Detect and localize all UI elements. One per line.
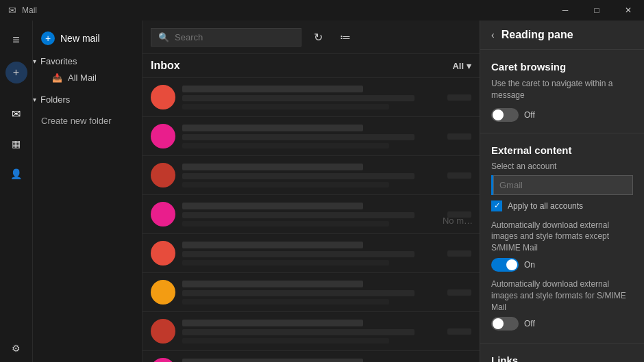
table-row[interactable]: [143, 156, 480, 195]
new-mail-icon-button[interactable]: +: [5, 62, 27, 83]
favorites-header[interactable]: ▾ Favorites: [33, 53, 142, 69]
auto-download-desc: Automatically download external images a…: [491, 220, 633, 254]
avatar: [151, 319, 175, 344]
email-preview: [182, 221, 389, 227]
account-select-input[interactable]: [493, 175, 633, 195]
email-sender: [182, 359, 363, 363]
minimize-button[interactable]: ─: [549, 0, 581, 21]
email-preview: [182, 182, 389, 188]
back-button[interactable]: ‹: [491, 29, 495, 40]
inbox-icon: 📥: [52, 73, 62, 83]
select-account-label: Select an account: [491, 161, 633, 171]
people-nav-button[interactable]: 👤: [3, 160, 30, 188]
no-message-label: No m…: [436, 208, 480, 232]
apply-all-label: Apply to all accounts: [508, 201, 583, 211]
main-content: 🔍 ↻ ≔ Inbox All ▾: [143, 21, 480, 362]
apply-all-checkbox[interactable]: ✓: [491, 201, 502, 211]
email-subject: [182, 95, 414, 101]
sidebar-item-all-mail[interactable]: 📥 All Mail: [33, 69, 142, 86]
sync-button[interactable]: ↻: [307, 26, 329, 48]
folders-label: Folders: [40, 94, 70, 105]
new-mail-label: New mail: [60, 33, 100, 44]
auto-download-toggle[interactable]: [491, 258, 519, 272]
external-content-title: External content: [491, 144, 633, 156]
email-content: [182, 242, 441, 266]
mail-nav-button[interactable]: ✉: [3, 100, 30, 127]
folders-header[interactable]: ▾ Folders: [33, 92, 142, 107]
hamburger-menu-button[interactable]: ≡: [3, 26, 30, 53]
caret-toggle-row: Off: [491, 108, 633, 122]
maximize-button[interactable]: □: [581, 0, 612, 21]
email-sender: [182, 320, 363, 326]
create-folder-button[interactable]: Create new folder: [33, 110, 142, 131]
checkbox-check-icon: ✓: [494, 201, 500, 210]
table-row[interactable]: [143, 78, 480, 117]
avatar: [151, 280, 175, 305]
email-content: [182, 86, 441, 109]
email-time: [447, 289, 471, 296]
new-mail-plus-icon: +: [41, 31, 55, 45]
close-button[interactable]: ✕: [612, 0, 644, 21]
table-row[interactable]: [143, 273, 480, 312]
email-content: [182, 359, 441, 363]
auto-download-smime-toggle-label: Off: [524, 319, 535, 328]
apply-all-checkbox-row: ✓ Apply to all accounts: [491, 201, 633, 211]
auto-download-toggle-label: On: [524, 260, 535, 270]
email-sender: [182, 203, 363, 209]
email-sender: [182, 164, 363, 170]
email-preview: [182, 104, 389, 109]
email-preview: [182, 338, 389, 344]
all-mail-label: All Mail: [68, 73, 97, 83]
auto-download-section: Automatically download external images a…: [491, 220, 633, 272]
avatar: [151, 358, 175, 362]
window-controls: ─ □ ✕: [549, 0, 644, 21]
reading-pane-header: ‹ Reading pane: [480, 21, 644, 50]
auto-download-smime-toggle[interactable]: [491, 317, 519, 331]
email-content: [182, 125, 441, 148]
app-logo-icon: ✉: [8, 5, 16, 16]
links-title: Links: [491, 354, 633, 362]
caret-browsing-toggle[interactable]: [491, 108, 519, 122]
favorites-chevron-icon: ▾: [33, 57, 36, 65]
search-box[interactable]: 🔍: [151, 28, 301, 47]
email-subject: [182, 290, 414, 296]
email-subject: [182, 212, 414, 218]
nav-icon-rail: ≡ + ✉ ▦ 👤 ⚙: [0, 21, 33, 362]
caret-browsing-section: Caret browsing Use the caret to navigate…: [480, 50, 644, 133]
reading-pane-title: Reading pane: [501, 29, 573, 41]
email-list: No m…: [143, 78, 480, 362]
filter-chevron-icon: ▾: [467, 61, 471, 71]
email-preview: [182, 143, 389, 148]
caret-browsing-desc: Use the caret to navigate within a messa…: [491, 78, 633, 101]
table-row[interactable]: [143, 234, 480, 273]
toolbar: 🔍 ↻ ≔: [143, 21, 480, 54]
avatar: [151, 124, 175, 148]
settings-nav-button[interactable]: ⚙: [3, 335, 30, 362]
filter-button[interactable]: ≔: [334, 26, 356, 48]
search-input[interactable]: [175, 32, 294, 42]
avatar: [151, 202, 175, 227]
avatar: [151, 241, 175, 266]
auto-download-toggle-row: On: [491, 258, 633, 272]
inbox-filter-dropdown[interactable]: All ▾: [452, 61, 471, 71]
favorites-label: Favorites: [40, 56, 77, 66]
table-row[interactable]: [143, 195, 480, 234]
calendar-nav-button[interactable]: ▦: [3, 130, 30, 157]
avatar: [151, 85, 175, 109]
email-sender: [182, 281, 363, 287]
email-content: [182, 164, 441, 188]
inbox-header: Inbox All ▾: [143, 54, 480, 78]
email-sender: [182, 125, 363, 131]
email-time: [447, 172, 471, 179]
table-row[interactable]: [143, 351, 480, 362]
create-folder-label: Create new folder: [41, 116, 112, 126]
email-content: [182, 203, 441, 227]
table-row[interactable]: [143, 117, 480, 156]
email-time: [447, 250, 471, 257]
auto-download-smime-section: Automatically download external images a…: [491, 279, 633, 331]
table-row[interactable]: [143, 312, 480, 351]
account-input-wrapper: [491, 175, 633, 195]
email-subject: [182, 329, 414, 335]
email-sender: [182, 242, 363, 248]
new-mail-button[interactable]: + New mail: [33, 26, 142, 51]
